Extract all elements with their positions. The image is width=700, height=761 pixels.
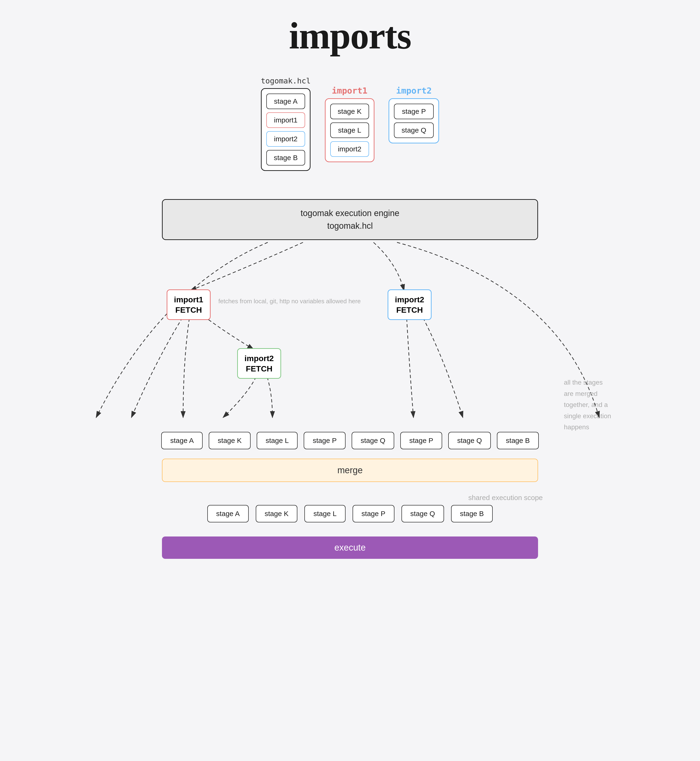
import1-fetch-label: import1FETCH — [174, 295, 203, 314]
fetch-annotation: fetches from local, git, http no variabl… — [218, 297, 361, 306]
togomak-file-container: togomak.hcl stage A import1 import2 stag… — [261, 77, 311, 171]
import2-pipeline-box: stage P stage Q — [389, 98, 439, 144]
final-stage-l: stage L — [305, 505, 345, 522]
import1-pill: import1 — [266, 113, 305, 128]
import2-fetch-green-node: import2FETCH — [237, 348, 281, 379]
engine-box: togomak execution engine togomak.hcl — [162, 199, 538, 240]
bottom-stages-row2: stage A stage K stage L stage P stage Q … — [207, 505, 493, 522]
shared-execution-label: shared execution scope — [468, 494, 543, 502]
import2-file-container: import2 stage P stage Q — [389, 86, 439, 144]
import2-fetch-blue-node: import2FETCH — [388, 289, 431, 320]
bottom-stages-row1: stage A stage K stage L stage P stage Q … — [68, 432, 632, 449]
import2-file-label: import2 — [396, 86, 432, 95]
final-stage-q: stage Q — [402, 505, 444, 522]
import1-file-container: import1 stage K stage L import2 — [325, 86, 375, 162]
import2-in-import1-pill: import2 — [330, 141, 369, 157]
final-stage-a: stage A — [207, 505, 249, 522]
import1-fetch-node: import1FETCH — [167, 289, 211, 320]
merge-side-annotation: all the stagesare mergedtogether, and as… — [564, 377, 630, 433]
stage-l-box: stage L — [257, 432, 298, 449]
top-diagram: togomak.hcl stage A import1 import2 stag… — [261, 77, 439, 171]
import2-fetch-blue-label: import2FETCH — [395, 295, 424, 314]
stage-a-pill: stage A — [266, 94, 305, 109]
merge-bar: merge — [162, 459, 538, 482]
merge-label: merge — [337, 465, 363, 475]
stage-l-pill: stage L — [330, 122, 369, 138]
import2-pill-main: import2 — [266, 131, 305, 147]
togomak-file-label: togomak.hcl — [261, 77, 311, 85]
page-title: imports — [289, 14, 411, 58]
import2-fetch-green-label: import2FETCH — [244, 354, 274, 373]
stage-p-pill: stage P — [394, 104, 434, 119]
execute-bar[interactable]: execute — [162, 536, 538, 559]
engine-line2: togomak.hcl — [327, 221, 373, 231]
flow-arrows-svg — [68, 240, 632, 452]
stage-p-box1: stage P — [304, 432, 345, 449]
engine-line1: togomak execution engine — [301, 208, 399, 218]
stage-k-pill: stage K — [330, 104, 369, 119]
stage-q-box2: stage Q — [448, 432, 491, 449]
stage-a-box: stage A — [161, 432, 203, 449]
stage-q-pill: stage Q — [394, 122, 434, 138]
execute-label: execute — [334, 542, 366, 552]
stage-b-pill: stage B — [266, 150, 305, 166]
stage-p-box2: stage P — [400, 432, 442, 449]
togomak-pipeline-box: stage A import1 import2 stage B — [261, 88, 311, 171]
import1-pipeline-box: stage K stage L import2 — [325, 98, 375, 162]
stage-k-box: stage K — [209, 432, 251, 449]
bottom-section: shared execution scope stage A stage K s… — [68, 494, 632, 559]
import1-file-label: import1 — [332, 86, 368, 95]
final-stage-k: stage K — [256, 505, 298, 522]
flow-area: import1FETCH fetches from local, git, ht… — [68, 240, 632, 452]
final-stage-p: stage P — [353, 505, 394, 522]
final-stage-b: stage B — [451, 505, 493, 522]
execution-section: togomak execution engine togomak.hcl — [68, 199, 632, 559]
stage-b-box: stage B — [497, 432, 539, 449]
stage-q-box1: stage Q — [352, 432, 394, 449]
